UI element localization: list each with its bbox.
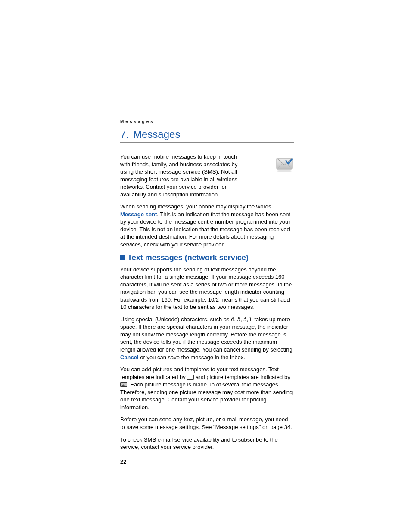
body-paragraph-2: Using special (Unicode) characters, such… [120, 316, 294, 361]
text-fragment: When sending messages, your phone may di… [120, 203, 271, 210]
body-paragraph-4: Before you can send any text, picture, o… [120, 416, 294, 431]
svg-rect-1 [277, 158, 292, 169]
chapter-number: 7. [120, 128, 129, 140]
body-paragraph-5: To check SMS e-mail service availability… [120, 436, 294, 451]
body-paragraph-3: You can add pictures and templates to yo… [120, 366, 294, 411]
text-fragment: . Each picture message is made up of sev… [120, 381, 293, 411]
document-page: Messages 7.Messages You can use mobile m… [0, 0, 411, 532]
picture-template-icon [120, 382, 127, 387]
text-fragment: Using special (Unicode) characters, such… [120, 316, 293, 353]
content-block: Messages 7.Messages You can use mobile m… [120, 119, 294, 456]
svg-point-0 [277, 170, 292, 172]
ui-term-message-sent: Message sent [120, 211, 157, 218]
chapter-title: 7.Messages [120, 127, 294, 143]
page-number: 22 [120, 458, 126, 465]
intro-paragraph: You can use mobile messages to keep in t… [120, 153, 247, 198]
message-sent-paragraph: When sending messages, your phone may di… [120, 203, 294, 248]
section-heading: Text messages (network service) [120, 253, 294, 262]
text-fragment: or you can save the message in the inbox… [139, 354, 245, 361]
intro-block: You can use mobile messages to keep in t… [120, 153, 294, 198]
ui-term-cancel: Cancel [120, 354, 139, 361]
body-paragraph-1: Your device supports the sending of text… [120, 266, 294, 311]
section-heading-text: Text messages (network service) [128, 253, 249, 262]
envelope-icon [275, 156, 294, 173]
text-fragment: and picture templates are indicated by [194, 374, 290, 380]
running-head: Messages [120, 119, 294, 124]
section-bullet-icon [120, 255, 125, 260]
text-template-icon [187, 375, 194, 380]
chapter-title-text: Messages [133, 128, 180, 140]
